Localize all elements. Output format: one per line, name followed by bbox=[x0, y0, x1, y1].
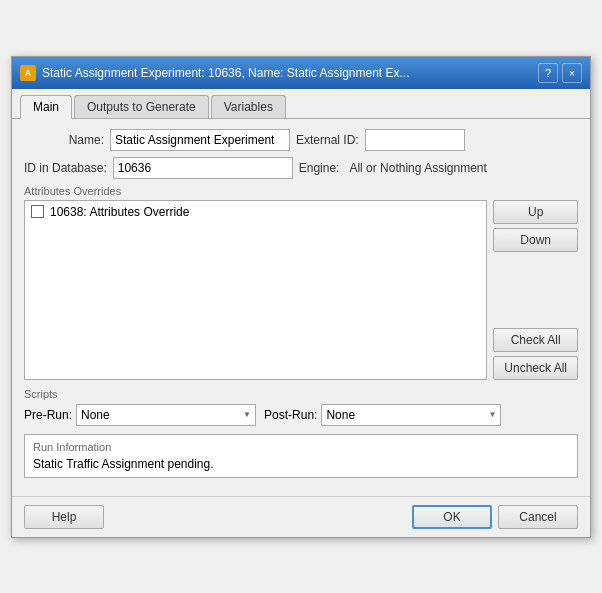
down-button[interactable]: Down bbox=[493, 228, 578, 252]
name-row: Name: External ID: bbox=[24, 129, 578, 151]
tab-main[interactable]: Main bbox=[20, 95, 72, 119]
help-button[interactable]: ? bbox=[538, 63, 558, 83]
main-content: Name: External ID: ID in Database: Engin… bbox=[12, 119, 590, 496]
list-item: 10638: Attributes Override bbox=[25, 201, 486, 223]
dialog-footer: Help OK Cancel bbox=[12, 496, 590, 537]
tab-bar: Main Outputs to Generate Variables bbox=[12, 89, 590, 119]
post-run-field: Post-Run: None ▼ bbox=[264, 404, 501, 426]
attributes-container: 10638: Attributes Override Up Down Check… bbox=[24, 200, 578, 380]
check-all-button[interactable]: Check All bbox=[493, 328, 578, 352]
external-id-label: External ID: bbox=[296, 133, 359, 147]
cancel-button[interactable]: Cancel bbox=[498, 505, 578, 529]
close-button[interactable]: × bbox=[562, 63, 582, 83]
help-footer-button[interactable]: Help bbox=[24, 505, 104, 529]
title-bar-left: A Static Assignment Experiment: 10636, N… bbox=[20, 65, 538, 81]
external-id-input[interactable] bbox=[365, 129, 465, 151]
engine-value: All or Nothing Assignment bbox=[345, 159, 490, 177]
name-input[interactable] bbox=[110, 129, 290, 151]
attributes-label: Attributes Overrides bbox=[24, 185, 578, 197]
title-buttons: ? × bbox=[538, 63, 582, 83]
post-run-label: Post-Run: bbox=[264, 408, 317, 422]
tab-outputs[interactable]: Outputs to Generate bbox=[74, 95, 209, 118]
footer-right: OK Cancel bbox=[412, 505, 578, 529]
post-run-value: None bbox=[326, 408, 355, 422]
pre-run-label: Pre-Run: bbox=[24, 408, 72, 422]
attribute-item-label: 10638: Attributes Override bbox=[50, 205, 189, 219]
scripts-row: Pre-Run: None ▼ Post-Run: None ▼ bbox=[24, 404, 578, 426]
post-run-arrow-icon: ▼ bbox=[488, 410, 496, 419]
dbid-row: ID in Database: Engine: All or Nothing A… bbox=[24, 157, 578, 179]
attributes-list: 10638: Attributes Override bbox=[24, 200, 487, 380]
pre-run-field: Pre-Run: None ▼ bbox=[24, 404, 256, 426]
pre-run-value: None bbox=[81, 408, 110, 422]
ok-button[interactable]: OK bbox=[412, 505, 492, 529]
tab-variables[interactable]: Variables bbox=[211, 95, 286, 118]
up-button[interactable]: Up bbox=[493, 200, 578, 224]
uncheck-all-button[interactable]: Uncheck All bbox=[493, 356, 578, 380]
post-run-select[interactable]: None ▼ bbox=[321, 404, 501, 426]
app-icon: A bbox=[20, 65, 36, 81]
dbid-label: ID in Database: bbox=[24, 161, 107, 175]
dialog-window: A Static Assignment Experiment: 10636, N… bbox=[11, 56, 591, 538]
run-info-section: Run Information Static Traffic Assignmen… bbox=[24, 434, 578, 478]
scripts-section: Scripts Pre-Run: None ▼ Post-Run: None ▼ bbox=[24, 388, 578, 426]
name-label: Name: bbox=[24, 133, 104, 147]
scripts-label: Scripts bbox=[24, 388, 578, 400]
run-info-text: Static Traffic Assignment pending. bbox=[33, 457, 569, 471]
engine-label: Engine: bbox=[299, 161, 340, 175]
attributes-buttons: Up Down Check All Uncheck All bbox=[493, 200, 578, 380]
run-info-title: Run Information bbox=[33, 441, 569, 453]
title-bar: A Static Assignment Experiment: 10636, N… bbox=[12, 57, 590, 89]
dbid-input[interactable] bbox=[113, 157, 293, 179]
title-text: Static Assignment Experiment: 10636, Nam… bbox=[42, 66, 410, 80]
attribute-checkbox[interactable] bbox=[31, 205, 44, 218]
attributes-section: Attributes Overrides 10638: Attributes O… bbox=[24, 185, 578, 380]
pre-run-select[interactable]: None ▼ bbox=[76, 404, 256, 426]
pre-run-arrow-icon: ▼ bbox=[243, 410, 251, 419]
